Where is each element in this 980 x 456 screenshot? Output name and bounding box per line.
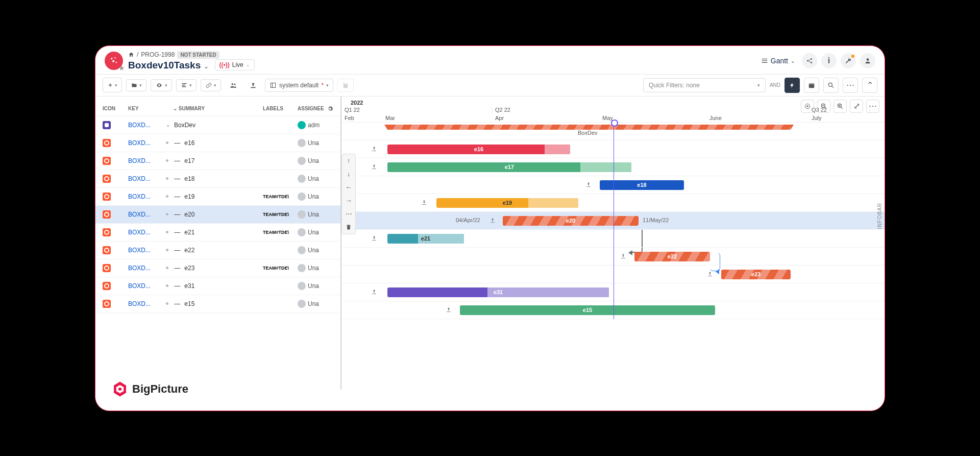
summary-bar[interactable] (387, 125, 791, 130)
bolt-icon[interactable] (785, 78, 800, 93)
export-button[interactable] (246, 79, 261, 91)
live-toggle[interactable]: ((•))Live ⌄ (215, 59, 255, 70)
shift-icon[interactable] (371, 289, 377, 295)
gantt-bar[interactable]: e20 (503, 216, 639, 226)
table-row[interactable]: BOXD... — e15 Una (95, 295, 340, 313)
locate-icon[interactable] (801, 100, 814, 113)
issue-key[interactable]: BOXD... (128, 175, 163, 182)
shift-icon[interactable] (489, 217, 496, 223)
nav-left-icon[interactable]: ← (342, 181, 355, 194)
timeline-more-icon[interactable]: ⋯ (866, 100, 879, 113)
issue-key[interactable]: BOXD... (128, 157, 163, 164)
status-badge: NOT STARTED (177, 51, 219, 59)
table-row[interactable]: BOXD... — e20 TEAM#TDE\ Una (95, 206, 340, 224)
issue-key[interactable]: BOXD... (128, 300, 163, 307)
favorite-star-icon[interactable]: ★ (118, 64, 125, 72)
save-button[interactable] (337, 79, 354, 92)
shift-icon[interactable] (371, 235, 377, 241)
table-row[interactable]: BOXD... — e17 Una (95, 152, 340, 170)
add-button[interactable]: ＋▾ (103, 78, 122, 92)
gantt-bar[interactable]: e15 (460, 305, 715, 315)
gantt-bar[interactable]: e17 (387, 162, 631, 172)
user-icon[interactable] (860, 53, 875, 68)
calendar-icon[interactable] (804, 78, 819, 93)
zoom-in-icon[interactable] (834, 100, 847, 113)
shift-icon[interactable] (371, 163, 377, 170)
task-icon (103, 228, 111, 236)
summary-text: e20 (184, 211, 194, 218)
quarter-cell: Q2 22 (492, 106, 808, 114)
shift-icon[interactable] (707, 271, 713, 277)
assignee-name: Una (308, 229, 319, 236)
layout-selector[interactable]: system default*▾ (265, 79, 333, 92)
shift-icon[interactable] (421, 199, 427, 205)
filter-operator[interactable]: AND (770, 82, 780, 88)
table-row[interactable]: BOXD... — e16 Una (95, 134, 340, 152)
gantt-bar[interactable]: e22 (634, 252, 710, 261)
assignee-name: Una (308, 282, 319, 290)
nav-up-icon[interactable]: ↑ (342, 154, 355, 167)
home-icon[interactable] (128, 52, 134, 58)
nav-more-icon[interactable]: ⋯ (342, 207, 355, 221)
nav-right-icon[interactable]: → (342, 194, 355, 207)
gantt-bar[interactable]: e31 (387, 287, 609, 297)
more-icon[interactable]: ⋯ (843, 78, 858, 93)
expand-icon[interactable]: ⌄ (166, 122, 170, 128)
svg-point-23 (807, 105, 808, 106)
table-row[interactable]: BOXD... — e22 Una (95, 242, 340, 259)
issue-key[interactable]: BOXD... (128, 265, 163, 272)
table-row[interactable]: BOXD... — e31 Una (95, 277, 340, 295)
svg-line-21 (832, 86, 834, 87)
align-button[interactable]: ▾ (176, 79, 197, 91)
table-row[interactable]: BOXD... — e18 Una (95, 170, 340, 188)
issue-key[interactable]: BOXD... (128, 282, 163, 290)
summary-text: BoxDev (174, 122, 195, 129)
gantt-bar[interactable]: e21 (387, 234, 464, 244)
wrench-icon[interactable] (841, 53, 856, 68)
search-icon[interactable] (823, 78, 839, 93)
table-row[interactable]: BOXD... — e19 TEAM#TDE\ Una (95, 188, 340, 206)
page-title[interactable]: Boxdev10Tasks ⌄ (128, 60, 209, 71)
issue-key[interactable]: BOXD... (128, 139, 163, 147)
breadcrumb-program[interactable]: PROG-1998 (141, 51, 175, 58)
row-navigator: ↑ ↓ ← → ⋯ (341, 154, 356, 234)
link-button[interactable]: ▾ (201, 79, 221, 91)
gear-icon[interactable] (327, 106, 333, 112)
issue-key[interactable]: BOXD... (128, 211, 163, 218)
shift-icon[interactable] (585, 181, 592, 187)
issue-key[interactable]: BOXD... (128, 193, 163, 200)
share-icon[interactable] (802, 53, 817, 68)
gantt-bar[interactable]: e19 (436, 198, 578, 208)
table-row[interactable]: BOXD... — e21 TEAM#TDE\ Una (95, 224, 340, 242)
sort-icon[interactable]: ⌄ (173, 106, 177, 111)
visibility-button[interactable]: ▾ (151, 79, 172, 91)
app-logo[interactable]: ★ (105, 52, 123, 70)
gantt-row: e19 (341, 194, 885, 212)
quick-filters[interactable]: Quick Filters: none▾ (643, 78, 766, 92)
delete-icon[interactable] (342, 221, 355, 234)
shift-icon[interactable] (446, 306, 452, 313)
gantt-row: e21 (341, 230, 885, 248)
issue-key[interactable]: BOXD... (128, 122, 163, 129)
expand-icon[interactable]: ⤢ (850, 100, 863, 113)
shift-icon[interactable] (371, 146, 377, 152)
shift-icon[interactable] (620, 253, 626, 259)
issue-key[interactable]: BOXD... (128, 229, 163, 236)
info-icon[interactable]: i (821, 53, 837, 68)
gantt-bar[interactable]: e16 (387, 145, 570, 154)
assignee-name: adm (308, 122, 320, 129)
gantt-bar[interactable]: e23 (721, 270, 791, 279)
infobar-toggle[interactable]: INFOBAR (875, 199, 885, 233)
nav-down-icon[interactable]: ↓ (342, 167, 355, 181)
folder-button[interactable]: ▾ (126, 79, 146, 91)
svg-point-14 (232, 83, 234, 85)
team-button[interactable] (225, 79, 241, 91)
table-row[interactable]: BOXD... ⌄ BoxDev adm (95, 116, 340, 134)
label-cell: TEAM#TDE\ (263, 194, 298, 199)
view-mode-selector[interactable]: Gantt⌄ (758, 55, 798, 67)
table-row[interactable]: BOXD... — e23 TEAM#TDE\ Una (95, 259, 340, 277)
gantt-bar[interactable]: e18 (600, 180, 684, 190)
collapse-up-icon[interactable]: ⌃ (862, 78, 877, 93)
zoom-out-icon[interactable] (817, 100, 830, 113)
issue-key[interactable]: BOXD... (128, 247, 163, 254)
